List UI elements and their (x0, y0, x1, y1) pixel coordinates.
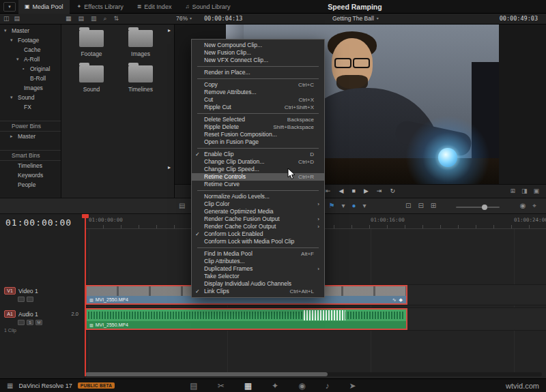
context-menu-item[interactable] (197, 148, 319, 149)
page-fairlight-icon[interactable]: ♪ (326, 381, 330, 391)
page-deliver-icon[interactable]: ➤ (349, 381, 356, 391)
context-menu-item[interactable]: Clip Attributes... (192, 258, 324, 265)
context-menu-item[interactable]: Change Clip Speed... (192, 166, 324, 173)
media-pool-tab[interactable]: ▣ Media Pool (18, 0, 70, 14)
page-edit-icon[interactable]: ▦ (244, 381, 252, 391)
play-icon[interactable]: ▶ (364, 187, 369, 196)
timeline-scrollbar[interactable] (85, 372, 542, 376)
effects-library-tab[interactable]: ✦ Effects Library (71, 0, 130, 14)
zoom-custom-icon[interactable]: ⊞ (431, 202, 436, 209)
chevron-down-icon[interactable]: ▾ (341, 202, 345, 209)
context-menu-item[interactable]: Open in Fusion Page (192, 138, 324, 146)
grab-still-icon[interactable]: ▣ (533, 187, 539, 196)
playhead[interactable] (85, 214, 86, 376)
context-menu-item[interactable] (197, 78, 319, 79)
timeline-selector-dropdown[interactable]: Getting The Ball ▾ (332, 15, 379, 22)
thumbnail-view-icon[interactable]: ▦ (66, 15, 72, 22)
context-menu-item[interactable] (197, 113, 319, 114)
goto-start-icon[interactable]: ⇤ (326, 187, 331, 196)
context-menu-item[interactable]: Render Cache Color Output (192, 223, 324, 230)
bin-folder[interactable]: Timelines (116, 65, 165, 93)
scrollbar-thumb[interactable] (85, 372, 328, 376)
context-menu-item[interactable]: Take Selector (192, 273, 324, 280)
context-menu-item[interactable]: Change Clip Duration... Ctrl+D (192, 158, 324, 166)
bin-section-item[interactable]: Timelines (0, 161, 61, 170)
audio-track-badge[interactable]: A1 (4, 310, 16, 318)
context-menu-item[interactable]: Copy Ctrl+C (192, 81, 324, 89)
collapse-panel-icon[interactable]: ▸ (168, 27, 171, 33)
timeline-view-options-icon[interactable]: ▤ (179, 202, 185, 209)
context-menu-item[interactable]: Clip Color (192, 200, 324, 208)
marker-icon[interactable]: ● (352, 202, 356, 209)
video-track-badge[interactable]: V1 (4, 287, 16, 295)
goto-end-icon[interactable]: ⇥ (377, 187, 382, 196)
context-menu-item[interactable] (197, 190, 319, 191)
lock-icon[interactable] (18, 297, 25, 302)
context-menu-item[interactable]: New VFX Connect Clip... (192, 57, 324, 64)
sort-icon[interactable]: ⇅ (114, 15, 119, 22)
edit-index-tab[interactable]: ≣ Edit Index (131, 0, 178, 14)
context-menu-item[interactable]: Link Clips Ctrl+Alt+L (192, 288, 324, 295)
bin-section-item[interactable]: Power Bins (0, 121, 61, 132)
bin-tree-item[interactable]: ▾ Footage (0, 35, 61, 45)
bin-folder[interactable]: Sound (67, 65, 116, 93)
context-menu-item[interactable]: Render Cache Fusion Output (192, 215, 324, 223)
video-track-header[interactable]: V1 Video 1 (0, 285, 85, 302)
match-frame-icon[interactable]: ⊞ (510, 187, 515, 196)
context-menu-item[interactable]: Display Individual Audio Channels (192, 280, 324, 288)
zoom-slider[interactable] (456, 207, 500, 208)
step-back-icon[interactable]: ◀ (339, 187, 344, 196)
context-menu-item[interactable]: Reset Fusion Composition... (192, 131, 324, 138)
context-menu-item[interactable] (197, 66, 319, 67)
context-menu-item[interactable]: Render in Place... (192, 69, 324, 76)
mute-button[interactable]: M (35, 320, 42, 325)
chevron-down-icon[interactable]: ▾ (363, 202, 367, 209)
sound-library-tab[interactable]: ♫ Sound Library (179, 0, 236, 14)
audio-clip[interactable]: MVI_2550.MP4 (85, 308, 407, 330)
list-view-icon[interactable]: ▤ (78, 15, 85, 22)
context-menu-item[interactable]: Retime Controls Ctrl+R (192, 173, 324, 181)
audio-track-header[interactable]: A1 Audio 1 2.0 S M 1 Clip (0, 308, 85, 333)
strip-view-icon[interactable]: ▥ (91, 15, 97, 22)
workspace-menu-button[interactable]: ▾ (3, 2, 16, 12)
context-menu-item[interactable] (197, 247, 319, 248)
context-menu-item[interactable]: Retime Curve (192, 181, 324, 188)
bin-section-item[interactable]: People (0, 180, 61, 190)
context-menu-item[interactable]: Duplicated Frames (192, 265, 324, 273)
bin-tree-item[interactable]: ▾ A-Roll (0, 55, 61, 64)
zoom-slider-knob[interactable] (482, 205, 487, 210)
tools-icon[interactable]: ⌖ (532, 202, 536, 210)
bin-folder[interactable]: Images (116, 30, 165, 57)
lock-icon[interactable] (18, 320, 25, 325)
page-color-icon[interactable]: ◉ (298, 381, 305, 391)
page-cut-icon[interactable]: ✂ (218, 381, 225, 391)
bin-tree-item[interactable]: Cache (0, 45, 61, 55)
bin-tree-item[interactable]: ▾ Master (0, 26, 61, 35)
auto-select-icon[interactable] (27, 297, 33, 302)
project-manager-icon[interactable]: ▦ (7, 382, 13, 389)
context-menu-item[interactable]: Conform Lock with Media Pool Clip (192, 238, 324, 245)
context-menu-item[interactable]: Remove Attributes... (192, 89, 324, 96)
flag-icon[interactable]: ⚑ (329, 202, 335, 209)
context-menu-item[interactable]: Conform Lock Enabled (192, 230, 324, 238)
mixer-icon[interactable]: ◉ (520, 202, 526, 210)
zoom-full-extent-icon[interactable]: ⊡ (405, 202, 411, 209)
search-icon[interactable]: ⌕ (104, 15, 107, 22)
zoom-detail-icon[interactable]: ⊟ (418, 202, 423, 209)
bin-folder[interactable]: Footage (67, 30, 116, 57)
bin-section-item[interactable]: ▸ Master (0, 132, 61, 141)
bin-tree-item[interactable]: B-Roll (0, 74, 61, 83)
context-menu-item[interactable]: New Fusion Clip... (192, 49, 324, 57)
collapse-panel-icon[interactable]: ▸ (168, 164, 171, 170)
context-menu-item[interactable]: Delete Selected Backspace (192, 116, 324, 123)
bin-tree-item[interactable]: • Original (0, 64, 61, 74)
split-view-icon[interactable]: ◨ (521, 187, 528, 196)
bin-tree-item[interactable]: Images (0, 83, 61, 93)
context-menu-item[interactable]: Enable Clip D (192, 151, 324, 158)
bin-panel-toggle-icon[interactable]: ◫ (3, 15, 10, 22)
context-menu-item[interactable]: Ripple Cut Ctrl+Shift+X (192, 104, 324, 111)
viewer-zoom-dropdown[interactable]: 76% ▾ (176, 15, 192, 22)
page-media-icon[interactable]: ▤ (190, 381, 197, 391)
context-menu-item[interactable]: Cut Ctrl+X (192, 96, 324, 104)
bin-list-toggle-icon[interactable]: ▤ (14, 15, 20, 22)
